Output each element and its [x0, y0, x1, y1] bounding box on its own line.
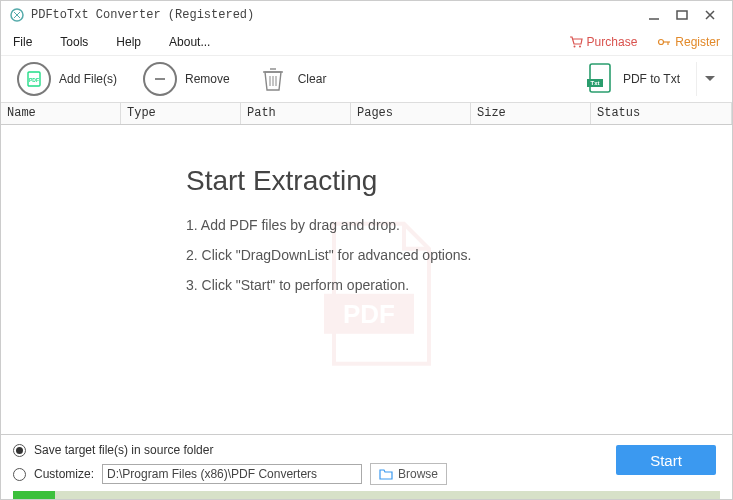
instructions: Start Extracting 1. Add PDF files by dra…	[186, 165, 471, 307]
instruction-step-1: 1. Add PDF files by drag and drop.	[186, 217, 471, 233]
menu-help[interactable]: Help	[116, 35, 141, 49]
col-pages[interactable]: Pages	[351, 103, 471, 124]
progress-bar	[13, 491, 720, 499]
svg-point-3	[573, 46, 575, 48]
txt-icon: Txt	[585, 61, 615, 98]
svg-text:Txt: Txt	[590, 80, 599, 86]
purchase-link[interactable]: Purchase	[569, 35, 638, 49]
clear-label: Clear	[298, 72, 327, 86]
toolbar: PDF Add File(s) Remove Clear Txt PDF to …	[1, 55, 732, 103]
browse-label: Browse	[398, 467, 438, 481]
cart-icon	[569, 35, 583, 49]
browse-button[interactable]: Browse	[370, 463, 447, 485]
menubar: File Tools Help About... Purchase Regist…	[1, 29, 732, 55]
pdf-add-icon: PDF	[17, 62, 51, 96]
app-icon	[9, 7, 25, 23]
svg-point-4	[579, 46, 581, 48]
svg-text:PDF: PDF	[29, 77, 39, 83]
instruction-step-3: 3. Click "Start" to perform operation.	[186, 277, 471, 293]
col-name[interactable]: Name	[1, 103, 121, 124]
svg-rect-2	[677, 11, 687, 19]
window-title: PDFtoTxt Converter (Registered)	[31, 8, 640, 22]
menu-about[interactable]: About...	[169, 35, 210, 49]
convert-mode-dropdown[interactable]: Txt PDF to Txt	[585, 61, 722, 98]
convert-mode-label: PDF to Txt	[623, 72, 680, 86]
start-button[interactable]: Start	[616, 445, 716, 475]
drop-area[interactable]: PDF Start Extracting 1. Add PDF files by…	[1, 125, 732, 434]
register-label: Register	[675, 35, 720, 49]
remove-button[interactable]: Remove	[137, 58, 236, 100]
save-source-label: Save target file(s) in source folder	[34, 443, 213, 457]
table-header: Name Type Path Pages Size Status	[1, 103, 732, 125]
purchase-label: Purchase	[587, 35, 638, 49]
menu-tools[interactable]: Tools	[60, 35, 88, 49]
svg-point-5	[659, 40, 664, 45]
col-size[interactable]: Size	[471, 103, 591, 124]
minimize-button[interactable]	[640, 1, 668, 29]
register-link[interactable]: Register	[657, 35, 720, 49]
col-type[interactable]: Type	[121, 103, 241, 124]
titlebar: PDFtoTxt Converter (Registered)	[1, 1, 732, 29]
instruction-step-2: 2. Click "DragDownList" for advanced opt…	[186, 247, 471, 263]
progress-fill	[13, 491, 55, 499]
customize-label: Customize:	[34, 467, 94, 481]
add-files-button[interactable]: PDF Add File(s)	[11, 58, 123, 100]
remove-label: Remove	[185, 72, 230, 86]
svg-rect-16	[590, 64, 610, 92]
radio-customize[interactable]	[13, 468, 26, 481]
col-status[interactable]: Status	[591, 103, 732, 124]
menu-file[interactable]: File	[13, 35, 32, 49]
chevron-down-icon[interactable]	[696, 62, 722, 96]
trash-icon	[256, 62, 290, 96]
instructions-heading: Start Extracting	[186, 165, 471, 197]
add-files-label: Add File(s)	[59, 72, 117, 86]
output-path-input[interactable]	[102, 464, 362, 484]
minus-icon	[143, 62, 177, 96]
clear-button[interactable]: Clear	[250, 58, 333, 100]
key-icon	[657, 35, 671, 49]
col-path[interactable]: Path	[241, 103, 351, 124]
close-button[interactable]	[696, 1, 724, 29]
bottom-panel: Save target file(s) in source folder Cus…	[1, 434, 732, 499]
maximize-button[interactable]	[668, 1, 696, 29]
folder-icon	[379, 468, 393, 480]
radio-save-source[interactable]	[13, 444, 26, 457]
